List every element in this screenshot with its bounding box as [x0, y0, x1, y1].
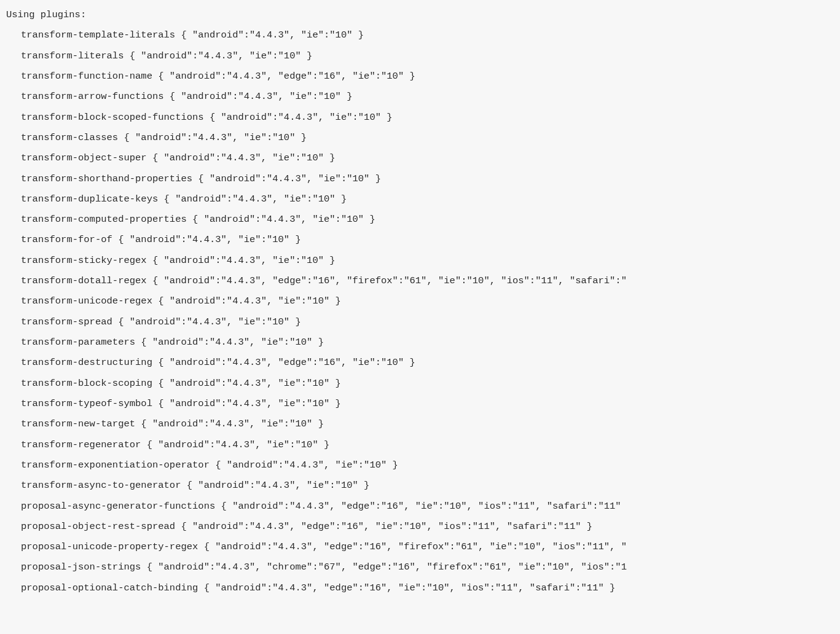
plugin-line: transform-computed-properties { "android…	[6, 209, 834, 230]
plugin-line: proposal-unicode-property-regex { "andro…	[6, 537, 834, 557]
plugin-line: transform-block-scoped-functions { "andr…	[6, 108, 834, 128]
plugin-line: transform-dotall-regex { "android":"4.4.…	[6, 271, 834, 291]
plugin-line: proposal-async-generator-functions { "an…	[6, 496, 834, 517]
plugin-line: transform-typeof-symbol { "android":"4.4…	[6, 394, 834, 414]
plugin-line: transform-shorthand-properties { "androi…	[6, 169, 834, 189]
plugin-line: transform-new-target { "android":"4.4.3"…	[6, 414, 834, 434]
plugin-line: proposal-optional-catch-binding { "andro…	[6, 578, 834, 598]
plugins-header: Using plugins:	[6, 5, 834, 25]
plugin-line: transform-parameters { "android":"4.4.3"…	[6, 332, 834, 353]
plugin-line: transform-function-name { "android":"4.4…	[6, 66, 834, 87]
plugin-line: transform-classes { "android":"4.4.3", "…	[6, 128, 834, 148]
plugin-line: transform-spread { "android":"4.4.3", "i…	[6, 312, 834, 332]
plugin-line: transform-async-to-generator { "android"…	[6, 476, 834, 496]
plugin-line: transform-block-scoping { "android":"4.4…	[6, 374, 834, 394]
plugin-line: transform-regenerator { "android":"4.4.3…	[6, 435, 834, 455]
plugin-line: transform-for-of { "android":"4.4.3", "i…	[6, 230, 834, 250]
plugin-line: transform-sticky-regex { "android":"4.4.…	[6, 251, 834, 271]
plugin-line: proposal-object-rest-spread { "android":…	[6, 517, 834, 537]
plugin-line: transform-duplicate-keys { "android":"4.…	[6, 189, 834, 209]
plugin-line: transform-exponentiation-operator { "and…	[6, 455, 834, 476]
plugin-line: transform-template-literals { "android":…	[6, 25, 834, 45]
plugin-line: proposal-json-strings { "android":"4.4.3…	[6, 557, 834, 577]
plugin-line: transform-arrow-functions { "android":"4…	[6, 87, 834, 107]
plugin-line: transform-literals { "android":"4.4.3", …	[6, 46, 834, 66]
plugin-list: transform-template-literals { "android":…	[6, 25, 834, 598]
plugin-line: transform-destructuring { "android":"4.4…	[6, 353, 834, 373]
plugin-line: transform-object-super { "android":"4.4.…	[6, 148, 834, 168]
plugin-line: transform-unicode-regex { "android":"4.4…	[6, 291, 834, 311]
